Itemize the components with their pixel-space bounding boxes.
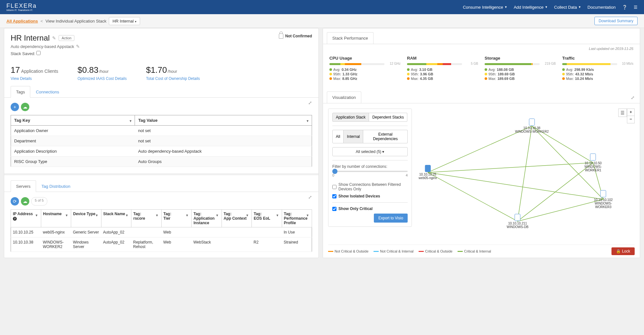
logo-block: FLEXERa Inform IT. Transform IT.: [6, 3, 37, 12]
lock-button[interactable]: 🔒 Lock: [611, 247, 635, 255]
metric-tco: $1.70/hour Total Cost of Ownership Detai…: [146, 65, 200, 81]
breadcrumb-bar: All Applications < View Individual Appli…: [0, 14, 644, 28]
th-col[interactable]: Tag:rscore▼: [131, 210, 162, 227]
tab-servers[interactable]: Servers: [11, 180, 36, 192]
viz-controls-panel: Application Stack Dependent Stacks All I…: [328, 109, 412, 227]
hamburger-icon[interactable]: ☰: [634, 5, 638, 10]
btn-all[interactable]: All: [332, 130, 344, 143]
btn-app-stack[interactable]: Application Stack: [332, 113, 369, 122]
nav-collect[interactable]: Collect Data▼: [554, 5, 581, 10]
svg-line-1: [428, 163, 593, 172]
caret-down-icon: ▾: [135, 20, 137, 23]
breadcrumb-dropdown[interactable]: HR Internal ▾: [109, 17, 140, 25]
sort-icon: ▼: [306, 119, 309, 123]
stack-saved-checkbox[interactable]: [36, 51, 41, 55]
add-tag-button[interactable]: +: [11, 103, 19, 111]
table-row[interactable]: RISC Group TypeAuto Groups: [11, 157, 312, 167]
server-count-badge: 5 of 5: [31, 197, 47, 206]
download-tags-button[interactable]: ☁: [21, 103, 29, 111]
download-servers-button[interactable]: ☁: [21, 197, 29, 206]
stack-saved-row: Stack Saved:: [11, 51, 312, 56]
th-col[interactable]: Tag:Performance Profile▼: [282, 210, 312, 227]
metric-clients: 17 Application Clients View Details: [11, 65, 58, 81]
th-col[interactable]: Tag:Application Instance▼: [192, 210, 222, 227]
tab-tags[interactable]: Tags: [11, 86, 30, 98]
graph-node[interactable]: 10.10.10.25web05-nginx: [419, 165, 437, 180]
graph-node[interactable]: 10.10.10.211WINDOWS-DB: [507, 214, 528, 229]
lock-icon: [279, 34, 283, 39]
caret-down-icon: ▼: [545, 5, 548, 9]
action-button[interactable]: Action: [59, 35, 74, 41]
tab-stack-performance[interactable]: Stack Performance: [327, 32, 374, 44]
graph-node[interactable]: 10.10.10.38WINDOWS-WORKER2: [515, 119, 549, 133]
th-col[interactable]: Stack Name▼: [101, 210, 131, 227]
cb-critical-only[interactable]: Show Only Critical: [332, 206, 408, 211]
tab-connections[interactable]: Connections: [30, 86, 64, 98]
filter-label: Filter by number of connections:: [332, 164, 408, 169]
btn-external[interactable]: External Dependencies: [363, 130, 408, 143]
th-col[interactable]: Device Type▼: [71, 210, 101, 227]
subtitle: Auto dependency-based Appstack ✎: [11, 44, 312, 49]
server-table: IP Address?▼Hostname▼Device Type▼Stack N…: [11, 209, 312, 252]
viz-menu-icon[interactable]: ☰: [618, 109, 627, 117]
scope-toggle-group: All Internal External Dependencies: [332, 130, 408, 143]
graph-node[interactable]: 10.10.10.102WINDOWS-WORKER3: [593, 190, 613, 208]
breadcrumb-root[interactable]: All Applications: [6, 19, 38, 24]
viz-legend: Not Critical & Outside Not Critical & In…: [328, 244, 635, 255]
topology-graph[interactable]: 10.10.10.25web05-nginx10.10.10.38WINDOWS…: [420, 116, 624, 238]
node-select-dropdown[interactable]: All selected (5) ▾: [332, 147, 408, 156]
expand-icon[interactable]: ⤢: [308, 195, 312, 200]
svg-line-6: [517, 126, 532, 221]
page-title: HR Internal: [11, 34, 50, 43]
breadcrumb: All Applications < View Individual Appli…: [6, 17, 140, 25]
zoom-in-button[interactable]: +: [627, 109, 634, 116]
graph-node[interactable]: 10.10.10.50WINDOWS-WORKER1: [578, 154, 608, 172]
connections-slider[interactable]: 04: [332, 171, 408, 177]
th-tag-key[interactable]: Tag Key▼: [11, 115, 135, 126]
metric-cost: $0.83/hour Optimized IAAS Cost Details: [78, 65, 127, 81]
th-col[interactable]: Tag:App Context▼: [222, 210, 252, 227]
th-col[interactable]: Tag:EOS EoL▼: [252, 210, 282, 227]
svg-line-3: [428, 172, 517, 221]
nav-consume[interactable]: Consume Intelligence▼: [463, 5, 507, 10]
perf-block: Traffic 10 Mb/s Avg: 298.99 Kb/s 95th: 4…: [562, 56, 633, 81]
table-row[interactable]: 10.10.10.25web05-nginxGeneric ServerAuto…: [11, 227, 312, 237]
btn-internal[interactable]: Internal: [344, 130, 363, 143]
iaas-cost-link[interactable]: Optimized IAAS Cost Details: [78, 76, 127, 81]
expand-icon[interactable]: ⤢: [631, 95, 635, 100]
tag-table: Tag Key▼ Tag Value▼ Application Ownernot…: [11, 115, 312, 167]
th-col[interactable]: IP Address?▼: [11, 210, 41, 227]
perf-block: Storage 219 GB Avg: 188.08 GB 95th: 189.…: [485, 56, 556, 81]
th-col[interactable]: Hostname▼: [41, 210, 71, 227]
view-details-link[interactable]: View Details: [11, 76, 58, 81]
th-tag-value[interactable]: Tag Value▼: [135, 115, 312, 126]
tabs-tags: Tags Connections: [4, 86, 318, 98]
refresh-servers-button[interactable]: ⟳: [11, 197, 19, 206]
breadcrumb-mid: View Individual Application Stack: [45, 19, 106, 24]
cb-isolated[interactable]: Show Isolated Devices: [332, 194, 408, 198]
nav-docs[interactable]: Documentation: [588, 5, 616, 10]
zoom-out-button[interactable]: −: [627, 116, 634, 123]
download-summary-button[interactable]: Download Summary: [594, 17, 638, 25]
tab-tag-distribution[interactable]: Tag Distribution: [36, 180, 76, 192]
expand-icon[interactable]: ⤢: [308, 100, 312, 105]
help-icon[interactable]: ❔: [622, 5, 627, 10]
caret-down-icon: ▼: [504, 5, 507, 9]
metrics-row: 17 Application Clients View Details $0.8…: [4, 60, 318, 86]
table-row[interactable]: 10.10.10.38WINDOWS-WORKER2Windows Server…: [11, 237, 312, 252]
cb-filtered-only[interactable]: Show Connections Between Filtered Device…: [332, 182, 408, 191]
table-row[interactable]: Application DescriptionAuto dependency-b…: [11, 146, 312, 157]
table-row[interactable]: Departmentnot set: [11, 136, 312, 146]
th-col[interactable]: Tag:Tier▼: [161, 210, 192, 227]
edit-subtitle-icon[interactable]: ✎: [76, 44, 80, 49]
right-panel: Stack Performance Last updated on 2019-1…: [323, 28, 640, 258]
export-visio-button[interactable]: Export to Visio: [374, 214, 408, 223]
tabs-servers: Servers Tag Distribution: [4, 180, 318, 192]
nav-add[interactable]: Add Intelligence▼: [514, 5, 547, 10]
btn-dependent-stacks[interactable]: Dependent Stacks: [369, 113, 407, 122]
tab-visualization[interactable]: Visualization: [327, 91, 361, 103]
table-row[interactable]: Application Ownernot set: [11, 126, 312, 136]
tco-link[interactable]: Total Cost of Ownership Details: [146, 76, 200, 81]
edit-title-icon[interactable]: ✎: [52, 35, 56, 41]
top-navbar: FLEXERa Inform IT. Transform IT. Consume…: [0, 0, 644, 14]
